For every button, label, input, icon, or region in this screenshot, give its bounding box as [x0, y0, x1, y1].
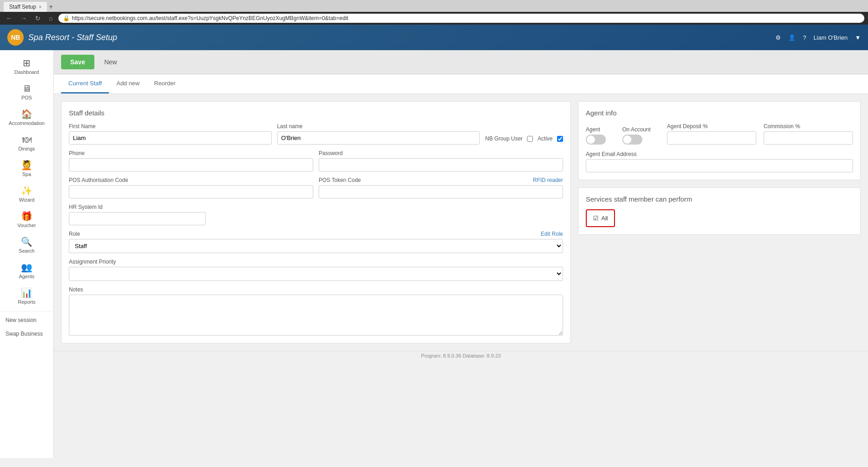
- help-icon[interactable]: ?: [803, 34, 806, 41]
- commission-label: Commission %: [764, 123, 853, 130]
- services-panel: Services staff member can perform ☑ All: [578, 187, 861, 235]
- services-title: Services staff member can perform: [586, 195, 853, 203]
- toolbar: Save New: [54, 50, 868, 74]
- sidebar-item-agents[interactable]: 👥 Agents: [0, 258, 53, 284]
- app-header: NB Spa Resort - Staff Setup ⚙ 👤 ? Liam O…: [0, 25, 868, 50]
- on-account-toggle[interactable]: [622, 135, 642, 145]
- sidebar-item-dashboard[interactable]: ⊞ Dashboard: [0, 54, 53, 79]
- app-logo: NB: [7, 29, 24, 46]
- sidebar-label-spa: Spa: [22, 171, 31, 177]
- settings-icon[interactable]: ⚙: [775, 34, 781, 41]
- name-row: First Name Last name NB Group User Activ…: [69, 123, 563, 145]
- forward-button[interactable]: →: [18, 14, 29, 23]
- user-icon[interactable]: 👤: [788, 34, 796, 41]
- browser-tab[interactable]: Staff Setup ×: [4, 2, 47, 12]
- agent-info-title: Agent info: [586, 109, 853, 117]
- close-tab-button[interactable]: ×: [39, 5, 41, 10]
- home-button[interactable]: ⌂: [46, 14, 55, 23]
- tab-reorder[interactable]: Reorder: [147, 74, 183, 93]
- staff-details-title: Staff details: [69, 109, 563, 117]
- on-account-group: On Account: [622, 126, 651, 145]
- save-button[interactable]: Save: [61, 55, 94, 69]
- nb-group-user-checkbox[interactable]: [527, 136, 533, 142]
- assignment-priority-group: Assignment Priority 1 2 3 4 5: [69, 259, 563, 281]
- sidebar-item-pos[interactable]: 🖥 POS: [0, 79, 53, 105]
- back-button[interactable]: ←: [4, 14, 15, 23]
- user-name: Liam O'Brien: [813, 34, 847, 41]
- notes-textarea[interactable]: [69, 295, 563, 336]
- refresh-button[interactable]: ↻: [33, 14, 43, 23]
- phone-input[interactable]: [69, 158, 313, 171]
- tab-navigation: Current Staff Add new Reorder: [54, 74, 868, 94]
- pos-auth-label: POS Authorisation Code: [69, 177, 313, 183]
- sidebar-label-search: Search: [19, 248, 35, 254]
- first-name-group: First Name: [69, 123, 272, 145]
- role-row: Role Edit Role Staff Manager Admin: [69, 231, 563, 253]
- hr-system-id-input[interactable]: [69, 212, 206, 225]
- accommodation-icon: 🏠: [21, 109, 32, 119]
- tab-current-staff[interactable]: Current Staff: [61, 74, 109, 93]
- sidebar-item-search[interactable]: 🔍 Search: [0, 233, 53, 258]
- active-checkbox[interactable]: [557, 136, 563, 142]
- voucher-icon: 🎁: [21, 212, 32, 221]
- last-name-input[interactable]: [277, 131, 480, 145]
- sidebar-item-spa[interactable]: 💆 Spa: [0, 156, 53, 182]
- assignment-priority-select[interactable]: 1 2 3 4 5: [69, 267, 563, 281]
- sidebar-item-accommodation[interactable]: 🏠 Accommodation: [0, 105, 53, 130]
- sidebar-item-wizard[interactable]: ✨ Wizard: [0, 182, 53, 207]
- agent-email-label: Agent Email Address: [586, 151, 853, 157]
- sidebar-item-new-session[interactable]: New session: [0, 313, 53, 327]
- hr-row: HR System Id: [69, 204, 563, 225]
- rfid-reader-link[interactable]: RFID reader: [533, 177, 563, 183]
- right-panels: Agent info Agent On Account Agent Deposi…: [578, 101, 861, 343]
- services-all-checkmark: ☑: [593, 215, 599, 222]
- agent-label: Agent: [586, 126, 606, 133]
- password-input[interactable]: [319, 158, 563, 171]
- content-area: Save New Current Staff Add new Reorder S…: [54, 50, 868, 458]
- agent-deposit-input[interactable]: [667, 131, 756, 145]
- new-tab-button[interactable]: +: [49, 3, 53, 11]
- form-area: Staff details First Name Last name NB Gr…: [54, 94, 868, 351]
- agent-toggle[interactable]: [586, 135, 606, 145]
- services-all-label: All: [601, 215, 608, 222]
- sidebar-item-reports[interactable]: 📊 Reports: [0, 284, 53, 309]
- agent-email-input[interactable]: [586, 159, 853, 172]
- lock-icon: 🔒: [63, 15, 70, 21]
- pos-auth-input[interactable]: [69, 185, 313, 198]
- edit-role-link[interactable]: Edit Role: [541, 231, 563, 237]
- sidebar-divider: [0, 311, 53, 311]
- footer-text: Program: 8.9.0.36 Database: 8.9.23: [421, 353, 501, 358]
- assignment-row: Assignment Priority 1 2 3 4 5: [69, 259, 563, 281]
- main-layout: ⊞ Dashboard 🖥 POS 🏠 Accommodation 🍽 Dini…: [0, 50, 868, 458]
- url-bar[interactable]: 🔒 https://secure.netbookings.com.au/test…: [58, 14, 864, 23]
- assignment-priority-label: Assignment Priority: [69, 259, 563, 265]
- agent-toggle-group: Agent: [586, 126, 606, 145]
- pos-token-label: POS Token Code: [319, 177, 361, 183]
- on-account-label: On Account: [622, 126, 651, 133]
- password-group: Password: [319, 150, 563, 171]
- sidebar-item-dinings[interactable]: 🍽 Dinings: [0, 130, 53, 156]
- new-button[interactable]: New: [100, 56, 122, 68]
- agents-icon: 👥: [21, 263, 32, 272]
- hr-system-id-group: HR System Id: [69, 204, 206, 225]
- commission-input[interactable]: [764, 131, 853, 145]
- wizard-icon: ✨: [21, 186, 32, 195]
- reports-icon: 📊: [21, 288, 32, 297]
- user-dropdown-icon[interactable]: ▼: [855, 34, 861, 41]
- dinings-icon: 🍽: [22, 135, 31, 144]
- agent-info-panel: Agent info Agent On Account Agent Deposi…: [578, 101, 861, 180]
- pos-icon: 🖥: [22, 84, 31, 93]
- footer: Program: 8.9.0.36 Database: 8.9.23: [54, 351, 868, 360]
- tab-add-new[interactable]: Add new: [109, 74, 147, 93]
- password-label: Password: [319, 150, 563, 156]
- sidebar-item-swap-business[interactable]: Swap Business: [0, 327, 53, 341]
- sidebar-item-voucher[interactable]: 🎁 Voucher: [0, 207, 53, 233]
- role-select[interactable]: Staff Manager Admin: [69, 239, 563, 253]
- pos-token-input[interactable]: [319, 185, 563, 198]
- first-name-input[interactable]: [69, 131, 272, 145]
- phone-label: Phone: [69, 150, 313, 156]
- first-name-label: First Name: [69, 123, 272, 130]
- services-all-checkbox[interactable]: ☑ All: [586, 209, 615, 227]
- nb-group-user-label: NB Group User: [485, 135, 522, 142]
- header-right: ⚙ 👤 ? Liam O'Brien ▼: [775, 34, 861, 41]
